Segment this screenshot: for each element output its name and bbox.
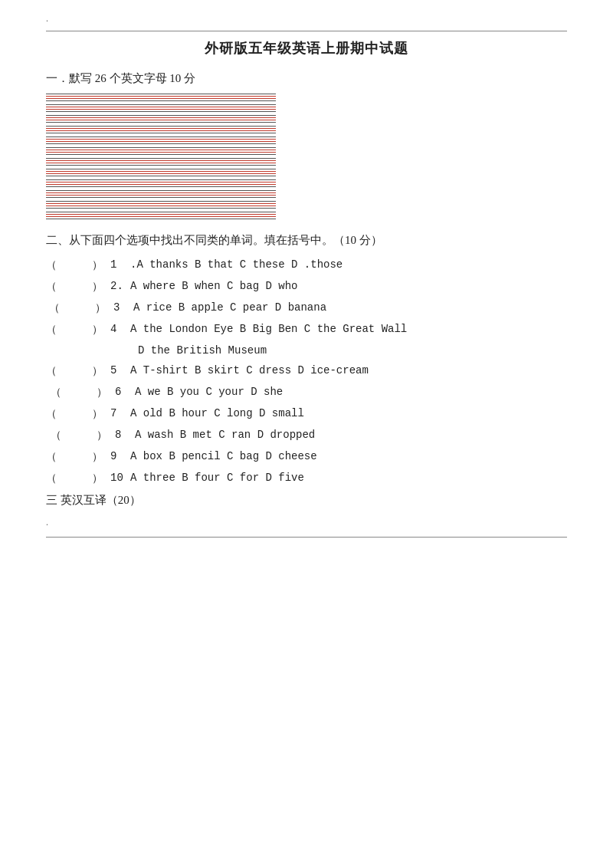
- line-red: [46, 205, 276, 206]
- bottom-divider: [46, 537, 567, 538]
- paren-left-2: （: [46, 280, 57, 294]
- line-group-7: [46, 158, 276, 166]
- line-red: [46, 150, 276, 150]
- line-red: [46, 128, 276, 129]
- line-thick: [46, 186, 276, 187]
- paren-left-8: （: [46, 429, 61, 442]
- line-red: [46, 139, 276, 140]
- q-num-1: 1: [110, 258, 126, 271]
- line-thick: [46, 219, 276, 219]
- blank-4: [61, 323, 92, 335]
- line-red: [46, 98, 276, 99]
- paren-left-10: （: [46, 472, 57, 485]
- paren-right-1: ）: [92, 258, 103, 272]
- q-num-9: 9: [110, 450, 126, 462]
- q-content-7: A old B hour C long D small: [130, 407, 567, 419]
- line-red: [46, 192, 276, 193]
- blank-9: [61, 450, 92, 462]
- question-row-6: （ ） 6 A we B you C your D she: [46, 386, 567, 399]
- paren-left-9: （: [46, 450, 57, 464]
- line-group-2: [46, 104, 276, 112]
- q-content-6: A we B you C your D she: [135, 386, 567, 398]
- paren-left-7: （: [46, 407, 57, 421]
- line-red: [46, 203, 276, 204]
- line-group-4: [46, 126, 276, 133]
- q-content-5: A T-shirt B skirt C dress D ice-cream: [130, 364, 567, 376]
- q-num-3: 3: [113, 301, 129, 314]
- blank-3: [64, 301, 95, 314]
- paren-right-3: ）: [95, 301, 106, 315]
- blank-7: [61, 407, 92, 419]
- line-thick: [46, 122, 276, 123]
- q-content-2: A where B when C bag D who: [130, 280, 567, 292]
- line-thick: [46, 190, 276, 191]
- line-thick: [46, 115, 276, 116]
- line-group-5: [46, 136, 276, 144]
- line-thick: [46, 104, 276, 105]
- paren-left-3: （: [46, 301, 60, 315]
- section2-title: 二、从下面四个选项中找出不同类的单词。填在括号中。（10 分）: [46, 233, 567, 248]
- line-group-9: [46, 179, 276, 187]
- q-num-7: 7: [110, 407, 126, 419]
- line-red: [46, 109, 276, 110]
- blank-6: [66, 386, 97, 398]
- line-thick: [46, 143, 276, 144]
- q-num-5: 5: [110, 364, 126, 376]
- paren-right-5: ）: [92, 364, 103, 378]
- paren-right-4: ）: [92, 323, 103, 337]
- line-red: [46, 160, 276, 161]
- paren-right-7: ）: [92, 407, 103, 421]
- line-thick: [46, 165, 276, 166]
- q-content-3: A rice B apple C pear D banana: [133, 301, 567, 314]
- line-group-11: [46, 201, 276, 209]
- paren-left-5: （: [46, 364, 57, 378]
- q-content-1: .A thanks B that C these D .those: [130, 258, 567, 271]
- line-red: [46, 163, 276, 163]
- top-divider: [46, 31, 567, 31]
- page-title: 外研版五年级英语上册期中试题: [46, 39, 567, 58]
- writing-area: [46, 94, 276, 219]
- line-thick: [46, 126, 276, 127]
- line-thick: [46, 212, 276, 212]
- line-red: [46, 107, 276, 107]
- line-red: [46, 130, 276, 131]
- blank-10: [61, 472, 92, 484]
- blank-8: [66, 429, 97, 441]
- line-group-6: [46, 147, 276, 155]
- line-thick: [46, 136, 276, 137]
- line-red: [46, 214, 276, 215]
- line-red: [46, 141, 276, 142]
- line-red: [46, 182, 276, 182]
- line-group-1: [46, 94, 276, 101]
- bottom-dot: ·: [46, 519, 567, 531]
- q4-extra: D the British Museum: [46, 344, 567, 357]
- q-num-4: 4: [110, 323, 126, 335]
- paren-left-6: （: [46, 386, 61, 399]
- paren-right-10: ）: [92, 472, 103, 485]
- question-row-10: （ ） 10 A three B four C for D five: [46, 472, 567, 485]
- q-content-10: A three B four C for D five: [130, 472, 567, 484]
- blank-1: [61, 258, 92, 271]
- q-num-2: 2.: [110, 280, 126, 292]
- question-row-2: （ ） 2. A where B when C bag D who: [46, 280, 567, 294]
- paren-right-9: ）: [92, 450, 103, 464]
- q-num-6: 6: [115, 386, 130, 398]
- line-thick: [46, 133, 276, 133]
- line-red: [46, 117, 276, 118]
- line-red: [46, 184, 276, 185]
- question-row-5: （ ） 5 A T-shirt B skirt C dress D ice-cr…: [46, 364, 567, 378]
- line-group-8: [46, 169, 276, 176]
- top-dot: ·: [46, 15, 567, 27]
- line-group-10: [46, 190, 276, 198]
- line-thick: [46, 201, 276, 202]
- line-red: [46, 120, 276, 120]
- line-red: [46, 152, 276, 153]
- paren-right-2: ）: [92, 280, 103, 294]
- line-thick: [46, 208, 276, 209]
- q-num-10: 10: [110, 472, 126, 484]
- line-thick: [46, 147, 276, 148]
- line-red: [46, 173, 276, 174]
- line-thick: [46, 176, 276, 176]
- line-thick: [46, 197, 276, 198]
- line-thick: [46, 94, 276, 94]
